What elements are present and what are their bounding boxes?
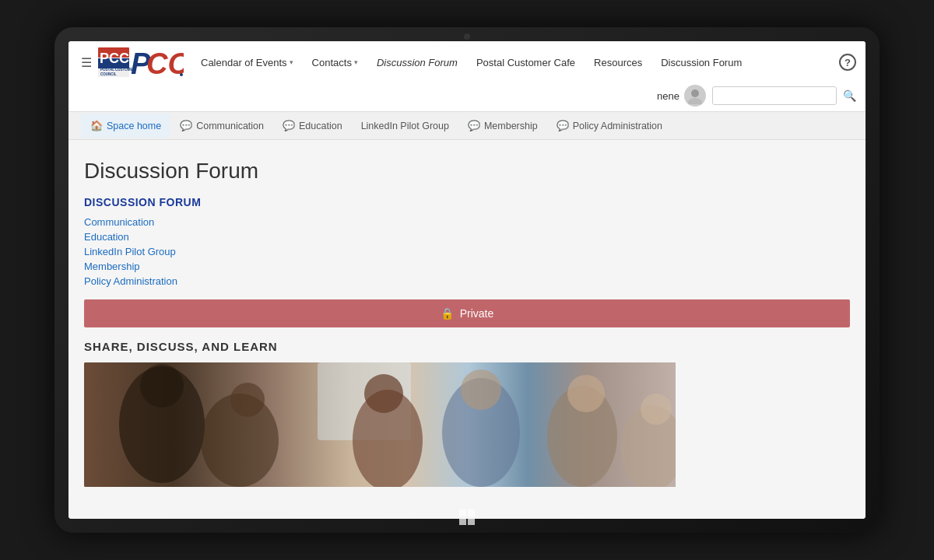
sub-nav-membership[interactable]: 💬 Membership: [458, 114, 547, 138]
home-icon: 🏠: [90, 120, 103, 131]
page-title: Discussion Forum: [84, 159, 850, 184]
navbar-line2: nene 🔍: [68, 83, 866, 111]
windows-button[interactable]: [456, 506, 478, 528]
sub-nav-space-home[interactable]: 🏠 Space home: [81, 114, 170, 138]
svg-point-10: [691, 89, 699, 97]
private-bar: 🔒 Private: [84, 299, 850, 327]
nav-postal-customer-cafe[interactable]: Postal Customer Cafe: [469, 52, 583, 73]
svg-text:CC: CC: [146, 47, 184, 79]
lock-icon: 🔒: [441, 307, 454, 320]
forum-link-membership[interactable]: Membership: [84, 261, 850, 272]
share-heading: SHARE, DISCUSS, AND LEARN: [84, 340, 850, 353]
svg-text:COUNCIL: COUNCIL: [100, 72, 117, 76]
forum-link-communication[interactable]: Communication: [84, 216, 850, 228]
comment-icon: 💬: [180, 120, 192, 131]
tablet-screen: ☰ PCC: [68, 41, 866, 519]
avatar[interactable]: [684, 85, 706, 107]
svg-text:PCC: PCC: [100, 51, 129, 66]
chevron-down-icon: ▾: [290, 58, 293, 66]
tablet-device: ☰ PCC: [54, 27, 880, 533]
chevron-down-icon: ▾: [354, 58, 358, 66]
people-image: [84, 362, 676, 487]
forum-link-education[interactable]: Education: [84, 231, 850, 243]
svg-point-14: [140, 364, 184, 408]
help-icon[interactable]: ?: [839, 54, 856, 71]
user-area: nene: [657, 85, 706, 107]
svg-point-9: [180, 73, 183, 76]
section-heading: DISCUSSION FORUM: [84, 196, 850, 208]
comment-icon: 💬: [468, 120, 480, 131]
hamburger-icon[interactable]: ☰: [78, 52, 95, 73]
nav-resources[interactable]: Resources: [586, 52, 650, 73]
main-nav: Calendar of Events ▾ Contacts ▾ Discussi…: [193, 52, 836, 73]
comment-icon: 💬: [283, 120, 295, 131]
sub-navigation: 🏠 Space home 💬 Communication 💬 Education…: [68, 112, 866, 140]
user-name: nene: [657, 90, 679, 102]
comment-icon: 💬: [557, 120, 569, 131]
svg-point-11: [688, 98, 702, 104]
forum-link-policy-administration[interactable]: Policy Administration: [84, 275, 850, 287]
app-content: ☰ PCC: [68, 41, 866, 519]
camera: [464, 33, 470, 40]
windows-icon: [459, 509, 475, 525]
svg-point-25: [641, 394, 672, 425]
svg-point-23: [567, 375, 605, 412]
svg-point-19: [364, 374, 403, 413]
svg-point-16: [230, 383, 265, 417]
navbar: ☰ PCC: [68, 41, 866, 112]
navbar-line1: ☰ PCC: [68, 41, 866, 83]
sub-nav-linkedin-pilot-group[interactable]: LinkedIn Pilot Group: [352, 114, 458, 138]
search-button[interactable]: 🔍: [843, 89, 856, 102]
search-input[interactable]: [712, 86, 837, 105]
nav-discussion-forum[interactable]: Discussion Forum: [653, 52, 750, 73]
sub-nav-education[interactable]: 💬 Education: [273, 114, 352, 138]
nav-discussion-forum-italic[interactable]: Discussion Forum: [369, 52, 465, 73]
sub-nav-policy-administration[interactable]: 💬 Policy Administration: [547, 114, 672, 138]
svg-point-21: [461, 369, 501, 410]
nav-calendar-of-events[interactable]: Calendar of Events ▾: [193, 52, 301, 73]
main-content: Discussion Forum DISCUSSION FORUM Commun…: [68, 140, 866, 506]
private-label: Private: [460, 307, 494, 320]
nav-contacts[interactable]: Contacts ▾: [304, 52, 366, 73]
forum-link-linkedin-pilot-group[interactable]: LinkedIn Pilot Group: [84, 246, 850, 257]
forum-links-list: Communication Education LinkedIn Pilot G…: [84, 216, 850, 287]
pcc-logo[interactable]: PCC POSTAL CUSTOMER COUNCIL P CC: [98, 46, 184, 79]
sub-nav-communication[interactable]: 💬 Communication: [170, 114, 273, 138]
